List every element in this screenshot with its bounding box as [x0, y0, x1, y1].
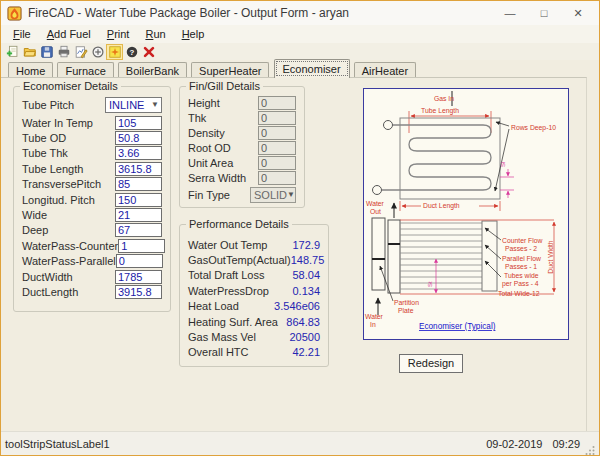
tab-superheater[interactable]: SuperHeater	[191, 62, 269, 78]
longitud-pitch-input[interactable]	[115, 193, 162, 207]
title-bar: FireCAD - Water Tube Package Boiler - Ou…	[1, 1, 599, 25]
heating-surf-area-value: 864.83	[278, 316, 320, 328]
total-draft-loss-value: 58.04	[264, 269, 320, 281]
fin-root-od-label: Root OD	[188, 142, 231, 154]
minimize-button[interactable]: —	[493, 1, 527, 25]
rows-deep-label: Rows Deep-10	[511, 124, 556, 132]
window-title: FireCAD - Water Tube Package Boiler - Ou…	[28, 6, 349, 20]
add-button[interactable]	[89, 44, 106, 60]
tab-airheater[interactable]: AirHeater	[354, 62, 416, 78]
save-icon	[40, 45, 54, 59]
economiser-details-group: Economiser Details Tube Pitch INLINE ▼ W…	[13, 86, 171, 312]
minimize-icon: —	[505, 7, 516, 19]
tube-length-dim-label: Tube Length	[421, 107, 459, 115]
toolbar: ?	[1, 43, 599, 60]
menu-print[interactable]: Print	[99, 26, 138, 42]
tube-pitch-label: Tube Pitch	[22, 99, 74, 111]
heat-load-value: 3.546e06	[250, 300, 320, 312]
maximize-button[interactable]: □	[527, 1, 561, 25]
help-button[interactable]: ?	[123, 44, 140, 60]
chevron-down-icon: ▼	[287, 188, 295, 202]
tab-furnace[interactable]: Furnace	[57, 62, 113, 78]
performance-legend: Performance Details	[186, 218, 292, 230]
open-button[interactable]	[21, 44, 38, 60]
close-icon: ✕	[573, 7, 582, 20]
overall-htc-label: Overall HTC	[188, 346, 249, 358]
transverse-pitch-input[interactable]	[115, 177, 162, 191]
fin-unit-area-label: Unit Area	[188, 157, 233, 169]
economiser-diagram: Gas In Tube Length Rows Deep-10 Sl	[364, 89, 568, 339]
heat-load-label: Heat Load	[188, 300, 239, 312]
waterpass-counter-input[interactable]	[118, 239, 165, 253]
water-in-temp-input[interactable]	[115, 116, 162, 130]
gas-out-temp-label: GasOutTemp(Actual)	[188, 254, 291, 266]
fin-serra-width-label: Serra Width	[188, 172, 246, 184]
exit-button[interactable]	[140, 44, 157, 60]
tube-thk-input[interactable]	[115, 146, 162, 160]
duct-width-input[interactable]	[115, 270, 162, 284]
water-out-label: Water	[366, 200, 385, 207]
open-folder-icon	[23, 45, 37, 59]
pitch-top-label: Sl	[500, 162, 506, 167]
svg-text:per Pass - 4: per Pass - 4	[502, 280, 539, 288]
menu-file[interactable]: File	[5, 26, 39, 42]
waterpass-parallel-input[interactable]	[116, 254, 163, 268]
print-icon	[57, 45, 71, 59]
fin-thk-label: Thk	[188, 112, 206, 124]
redesign-button[interactable]: Redesign	[399, 354, 463, 373]
close-button[interactable]: ✕	[561, 1, 595, 25]
tube-od-input[interactable]	[115, 131, 162, 145]
status-label: toolStripStatusLabel1	[5, 438, 486, 450]
economiser-tab-page: Economiser Details Tube Pitch INLINE ▼ W…	[1, 77, 587, 431]
tube-length-input[interactable]	[115, 162, 162, 176]
tab-home[interactable]: Home	[8, 62, 53, 78]
exit-icon	[142, 45, 156, 59]
tube-length-label: Tube Length	[22, 163, 83, 175]
deep-input[interactable]	[115, 223, 162, 237]
menu-add-fuel[interactable]: Add Fuel	[39, 26, 99, 42]
tab-boilerbank[interactable]: BoilerBank	[118, 62, 187, 78]
water-in-temp-label: Water In Temp	[22, 117, 93, 129]
waterpass-parallel-label: WaterPass-Parallel	[22, 255, 116, 267]
wide-input[interactable]	[115, 208, 162, 222]
output-form-button[interactable]	[106, 44, 123, 60]
total-draft-loss-label: Total Draft Loss	[188, 269, 264, 281]
menu-help[interactable]: Help	[174, 26, 213, 42]
window-controls: — □ ✕	[493, 1, 595, 25]
total-wide-label: Total Wide-12	[498, 290, 540, 297]
help-icon: ?	[125, 45, 139, 59]
performance-details-group: Performance Details Water Out Temp172.9 …	[179, 224, 329, 367]
menu-run[interactable]: Run	[137, 26, 173, 42]
tab-economiser[interactable]: Economiser	[274, 59, 350, 78]
fin-type-select: SOLID ▼	[250, 187, 296, 203]
economiser-typical-link[interactable]: Economiser (Typical)	[419, 322, 496, 331]
fin-root-od-input	[258, 141, 296, 155]
svg-text:Plate: Plate	[398, 307, 414, 314]
economiser-details-legend: Economiser Details	[20, 80, 121, 92]
new-file-button[interactable]	[4, 44, 21, 60]
svg-text:Passes - 1: Passes - 1	[505, 263, 537, 270]
new-file-icon	[6, 45, 20, 59]
duct-length-label: DuctLength	[22, 286, 78, 298]
tube-od-label: Tube OD	[22, 132, 66, 144]
water-press-drop-value: 0.134	[269, 285, 320, 297]
transverse-pitch-label: TransversePitch	[22, 178, 101, 190]
fin-gill-details-group: Fin/Gill Details Height Thk Density Root…	[179, 86, 305, 208]
fin-unit-area-input	[258, 156, 296, 170]
resize-grip[interactable]	[585, 445, 595, 455]
wide-label: Wide	[22, 209, 47, 221]
save-button[interactable]	[38, 44, 55, 60]
chevron-down-icon: ▼	[149, 98, 161, 112]
fin-density-label: Density	[188, 127, 225, 139]
overall-htc-value: 42.21	[250, 346, 320, 358]
design-button[interactable]	[72, 44, 89, 60]
gas-out-temp-value: 148.75	[291, 254, 325, 266]
menu-bar: File Add Fuel Print Run Help	[1, 25, 599, 43]
print-button[interactable]	[55, 44, 72, 60]
tube-pitch-select[interactable]: INLINE ▼	[105, 97, 162, 113]
fin-gill-legend: Fin/Gill Details	[186, 80, 263, 92]
fin-type-label: Fin Type	[188, 189, 230, 201]
duct-length-input[interactable]	[115, 285, 162, 299]
longitud-pitch-label: Longitud. Pitch	[22, 194, 95, 206]
fin-height-input	[258, 96, 296, 110]
